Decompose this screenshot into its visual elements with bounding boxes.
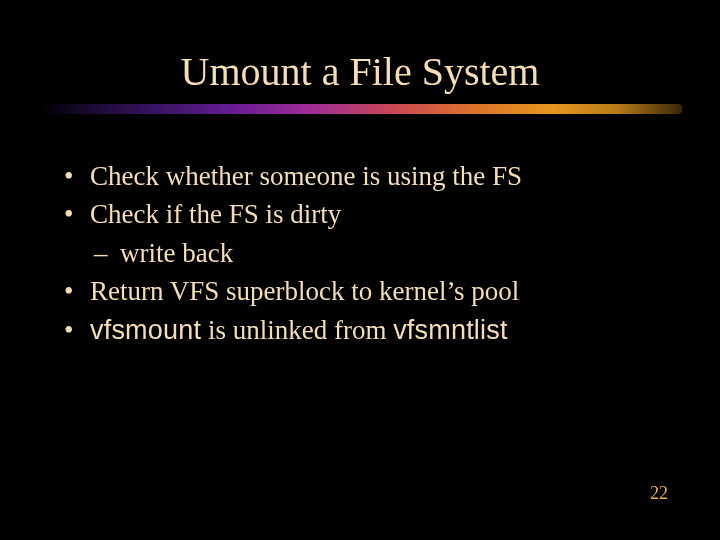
title-underline xyxy=(38,104,682,114)
slide-title: Umount a File System xyxy=(0,48,720,95)
bullet-item: Check if the FS is dirty xyxy=(62,196,680,232)
bullet-item: Return VFS superblock to kernel’s pool xyxy=(62,273,680,309)
bullet-item: vfsmount is unlinked from vfsmntlist xyxy=(62,312,680,348)
code-text: vfsmntlist xyxy=(393,315,508,345)
code-text: vfsmount xyxy=(90,315,201,345)
sub-bullet-item: write back xyxy=(62,235,680,271)
bullet-item: Check whether someone is using the FS xyxy=(62,158,680,194)
bullet-list: Check whether someone is using the FS Ch… xyxy=(62,158,680,348)
bullet-text: Check whether someone is using the FS xyxy=(90,161,522,191)
slide-body: Check whether someone is using the FS Ch… xyxy=(62,158,680,350)
page-number: 22 xyxy=(650,483,668,504)
bullet-text: is unlinked from xyxy=(201,315,393,345)
slide: Umount a File System Check whether someo… xyxy=(0,0,720,540)
sub-bullet-text: write back xyxy=(120,238,233,268)
bullet-text: Check if the FS is dirty xyxy=(90,199,341,229)
bullet-text: Return VFS superblock to kernel’s pool xyxy=(90,276,519,306)
